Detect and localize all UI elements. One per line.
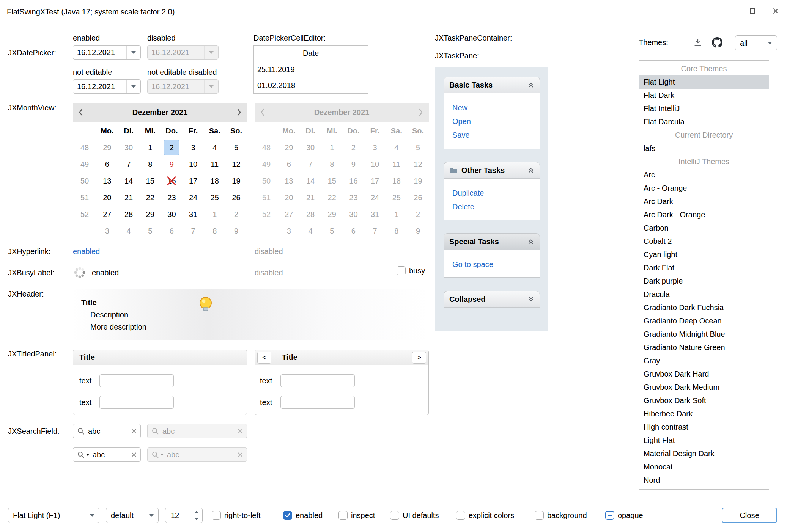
calendar-day[interactable]: 30 bbox=[118, 139, 140, 156]
text-input[interactable] bbox=[99, 374, 174, 387]
datepicker-value[interactable]: 16.12.2021 bbox=[73, 46, 126, 59]
table-row[interactable]: 01.02.2018 bbox=[254, 77, 368, 93]
calendar-day[interactable]: 13 bbox=[96, 173, 118, 189]
hyperlink-enabled[interactable]: enabled bbox=[73, 247, 100, 256]
theme-item[interactable]: High contrast bbox=[639, 421, 769, 434]
theme-item[interactable]: Light Flat bbox=[639, 434, 769, 447]
searchfield-with-menu[interactable]: abc bbox=[73, 447, 141, 462]
text-input[interactable] bbox=[99, 396, 174, 409]
checkbox-ui-defaults[interactable]: UI defaults bbox=[390, 511, 439, 520]
taskpane-header[interactable]: Collapsed bbox=[444, 291, 540, 308]
theme-item[interactable]: Arc Dark bbox=[639, 195, 769, 208]
calendar-day[interactable]: 23 bbox=[161, 189, 183, 206]
titledpanel-left-button[interactable]: < bbox=[257, 352, 271, 364]
search-menu-icon[interactable] bbox=[77, 451, 85, 458]
laf-combo[interactable]: Flat Light (F1) bbox=[8, 508, 99, 523]
datepicker-dropdown-button[interactable] bbox=[126, 80, 140, 93]
maximize-button[interactable] bbox=[741, 0, 764, 24]
calendar-day[interactable]: 3 bbox=[183, 139, 204, 156]
calendar-day[interactable]: 2 bbox=[225, 206, 247, 223]
calendar-day[interactable]: 31 bbox=[183, 206, 204, 223]
calendar-day[interactable]: 26 bbox=[225, 189, 247, 206]
theme-item[interactable]: Flat Dark bbox=[639, 89, 769, 102]
theme-item[interactable]: Hiberbee Dark bbox=[639, 407, 769, 421]
next-month-button[interactable] bbox=[236, 108, 242, 116]
calendar-day[interactable]: 25 bbox=[204, 189, 225, 206]
text-input[interactable] bbox=[280, 374, 355, 387]
calendar-day[interactable]: 27 bbox=[96, 206, 118, 223]
calendar-day[interactable]: 3 bbox=[96, 223, 118, 239]
calendar-day[interactable]: 6 bbox=[96, 156, 118, 173]
theme-item[interactable]: Gradianto Midnight Blue bbox=[639, 328, 769, 341]
theme-item[interactable]: Arc bbox=[639, 168, 769, 182]
taskpane-link[interactable]: Delete bbox=[452, 200, 540, 213]
font-combo[interactable]: default bbox=[106, 508, 159, 523]
checkbox-box[interactable] bbox=[456, 511, 465, 520]
checkbox-busy[interactable]: busy bbox=[397, 266, 425, 275]
calendar-day[interactable]: 4 bbox=[118, 223, 140, 239]
checkbox-box[interactable] bbox=[535, 511, 544, 520]
spinner-down-button[interactable] bbox=[191, 515, 202, 523]
calendar-day[interactable]: 29 bbox=[139, 206, 161, 223]
taskpane-link[interactable]: New bbox=[452, 101, 540, 115]
theme-item[interactable]: Gruvbox Dark Hard bbox=[639, 367, 769, 381]
themes-filter-combo[interactable]: all bbox=[735, 35, 777, 50]
checkbox-background[interactable]: background bbox=[535, 511, 587, 520]
calendar-day[interactable]: 2 bbox=[161, 139, 183, 156]
search-input[interactable]: abc bbox=[93, 450, 128, 459]
calendar-day[interactable]: 6 bbox=[161, 223, 183, 239]
theme-item[interactable]: lafs bbox=[639, 142, 769, 155]
checkbox-inspect[interactable]: inspect bbox=[338, 511, 375, 520]
datepicker-dropdown-button[interactable] bbox=[126, 46, 140, 59]
theme-item[interactable]: Dark Flat bbox=[639, 261, 769, 275]
download-icon[interactable] bbox=[693, 38, 703, 47]
calendar-day[interactable]: 7 bbox=[183, 223, 204, 239]
checkbox-enabled[interactable]: enabled bbox=[283, 511, 323, 520]
checkbox-box[interactable] bbox=[605, 511, 614, 520]
calendar-day[interactable]: 1 bbox=[204, 206, 225, 223]
calendar-day[interactable]: 4 bbox=[204, 139, 225, 156]
checkbox-right-to-left[interactable]: right-to-left bbox=[212, 511, 261, 520]
checkbox-explicit-colors[interactable]: explicit colors bbox=[456, 511, 514, 520]
prev-month-button[interactable] bbox=[78, 108, 83, 116]
theme-item[interactable]: Flat Darcula bbox=[639, 115, 769, 129]
search-input[interactable]: abc bbox=[88, 427, 128, 436]
theme-item[interactable]: Material Design Dark bbox=[639, 447, 769, 460]
calendar-day[interactable]: 9 bbox=[225, 223, 247, 239]
calendar-day[interactable]: 24 bbox=[183, 189, 204, 206]
theme-item[interactable]: Cyan light bbox=[639, 248, 769, 261]
calendar-day[interactable]: 11 bbox=[204, 156, 225, 173]
clear-icon[interactable] bbox=[131, 452, 137, 457]
theme-item[interactable]: Gray bbox=[639, 354, 769, 367]
checkbox-box[interactable] bbox=[283, 511, 292, 520]
theme-item[interactable]: Monocai bbox=[639, 460, 769, 474]
calendar-day[interactable]: 8 bbox=[139, 156, 161, 173]
close-button[interactable]: Close bbox=[722, 508, 777, 523]
theme-item[interactable]: Dark purple bbox=[639, 275, 769, 288]
taskpane-header[interactable]: Special Tasks bbox=[444, 233, 540, 250]
datepicker-enabled[interactable]: 16.12.2021 bbox=[73, 45, 141, 60]
theme-item[interactable]: Carbon bbox=[639, 221, 769, 235]
theme-item[interactable]: Gruvbox Dark Soft bbox=[639, 394, 769, 407]
theme-item[interactable]: Gradianto Nature Green bbox=[639, 341, 769, 354]
calendar-day[interactable]: 15 bbox=[139, 173, 161, 189]
taskpane-link[interactable]: Open bbox=[452, 115, 540, 128]
theme-item[interactable]: Gradianto Dark Fuchsia bbox=[639, 301, 769, 314]
calendar-day[interactable]: 30 bbox=[161, 206, 183, 223]
clear-icon[interactable] bbox=[131, 428, 137, 434]
taskpane-header[interactable]: Basic Tasks bbox=[444, 77, 540, 93]
calendar-day[interactable]: 21 bbox=[118, 189, 140, 206]
calendar-day[interactable]: 29 bbox=[96, 139, 118, 156]
spinner-value[interactable]: 12 bbox=[165, 508, 191, 523]
calendar-day[interactable]: 7 bbox=[118, 156, 140, 173]
checkbox-opaque[interactable]: opaque bbox=[605, 511, 643, 520]
theme-item[interactable]: Arc Dark - Orange bbox=[639, 208, 769, 221]
calendar-day[interactable]: 5 bbox=[139, 223, 161, 239]
calendar-day[interactable]: 10 bbox=[183, 156, 204, 173]
text-input[interactable] bbox=[280, 396, 355, 409]
close-window-button[interactable] bbox=[764, 0, 787, 24]
theme-item[interactable]: Gradianto Deep Ocean bbox=[639, 314, 769, 328]
checkbox-box[interactable] bbox=[338, 511, 348, 520]
taskpane-link[interactable]: Save bbox=[452, 128, 540, 142]
theme-item[interactable]: Dracula bbox=[639, 288, 769, 301]
